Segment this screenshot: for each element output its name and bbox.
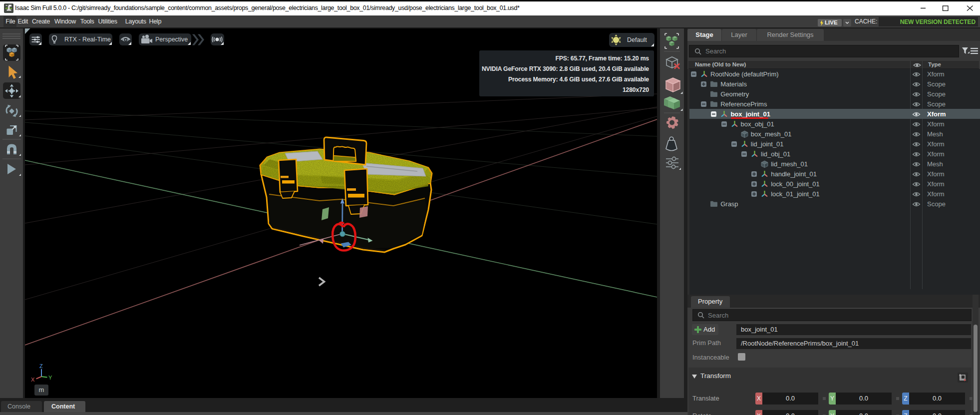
svg-text:Y: Y	[48, 375, 52, 381]
svg-text:Z: Z	[39, 363, 43, 369]
svg-text:X: X	[31, 377, 35, 383]
